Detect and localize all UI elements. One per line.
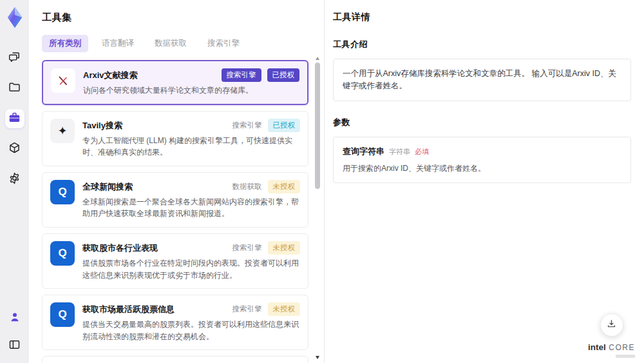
tool-card-regional-news[interactable]: 万维地区新闻查询 搜索引擎 未授权 查询具体行政区划内的新闻，快速了解各地新闻动 bbox=[42, 356, 308, 363]
tab-translation[interactable]: 语言翻译 bbox=[95, 35, 141, 52]
tool-description: 专为人工智能代理 (LLM) 构建的搜索引擎工具，可快速提供实时、准确和真实的结… bbox=[82, 135, 300, 159]
corner-footer: intel CORE bbox=[588, 313, 635, 358]
category-badge: 搜索引擎 bbox=[232, 119, 262, 132]
auth-status-badge: 已授权 bbox=[267, 68, 300, 82]
tab-all-categories[interactable]: 所有类别 bbox=[42, 35, 88, 52]
category-badge: 搜索引擎 bbox=[222, 68, 261, 82]
sidebar-item-user[interactable] bbox=[5, 309, 24, 328]
download-button[interactable] bbox=[600, 313, 623, 337]
param-required-flag: 必填 bbox=[415, 147, 429, 157]
sidebar-item-settings[interactable] bbox=[5, 170, 24, 189]
tool-card-tavily[interactable]: ✦ Tavily搜索 搜索引擎 已授权 专为人工智能代理 (LLM) 构建的搜索… bbox=[42, 111, 308, 166]
tool-card-sector-performance[interactable]: Q 获取股市各行业表现 搜索引擎 未授权 提供股票市场各个行业在特定时间段内的表… bbox=[42, 233, 308, 289]
sidebar-item-folder[interactable] bbox=[5, 79, 24, 98]
tool-card-arxiv[interactable]: Arxiv文献搜索 搜索引擎 已授权 访问各个研究领域大量科学论文和文章的存储库… bbox=[42, 60, 308, 105]
tool-name: Arxiv文献搜索 bbox=[83, 68, 216, 81]
category-badge: 搜索引擎 bbox=[232, 241, 262, 255]
category-badge: 搜索引擎 bbox=[232, 302, 262, 316]
tool-name: Tavily搜索 bbox=[82, 119, 227, 132]
param-type: 字符串 bbox=[389, 147, 410, 157]
scroll-down-arrow[interactable] bbox=[316, 356, 319, 359]
tool-description: 提供股票市场各个行业在特定时间段内的表现。投资者可以利用这些信息来识别表现优于或… bbox=[82, 257, 300, 281]
tool-name: 获取股市各行业表现 bbox=[82, 241, 227, 254]
sidebar-item-tools[interactable] bbox=[5, 109, 24, 128]
arxiv-icon bbox=[51, 68, 75, 93]
tool-intro-text: 一个用于从Arxiv存储库搜索科学论文和文章的工具。 输入可以是Arxiv ID… bbox=[333, 59, 631, 101]
sidebar-bottom bbox=[5, 309, 24, 355]
sidebar-item-chat[interactable] bbox=[5, 48, 24, 68]
auth-status-badge: 未授权 bbox=[268, 241, 301, 255]
intel-wordmark: intel bbox=[588, 342, 606, 352]
tool-description: 全球新闻搜索是一个聚合全球各大新闻网站内容的搜索引擎，帮助用户快速获取全球最新资… bbox=[82, 196, 300, 220]
tool-description: 提供当天交易量最高的股票列表。投资者可以利用这些信息来识别流动性强的股票和潜在的… bbox=[82, 319, 300, 342]
sidebar bbox=[0, 0, 29, 363]
sidebar-item-packages[interactable] bbox=[5, 139, 24, 159]
intel-core-logo: intel CORE bbox=[588, 342, 635, 358]
panel-toggle-icon bbox=[8, 338, 21, 354]
intel-sub-badge bbox=[616, 355, 635, 358]
auth-status-badge: 未授权 bbox=[268, 302, 301, 316]
news-search-icon: Q bbox=[50, 180, 75, 204]
stock-sector-icon: Q bbox=[50, 241, 75, 266]
auth-status-badge: 未授权 bbox=[268, 180, 301, 193]
tool-list: Arxiv文献搜索 搜索引擎 已授权 访问各个研究领域大量科学论文和文章的存储库… bbox=[42, 60, 320, 363]
sidebar-item-panel-toggle[interactable] bbox=[5, 336, 24, 355]
folder-icon bbox=[8, 81, 21, 97]
tab-data-fetch[interactable]: 数据获取 bbox=[147, 35, 194, 52]
parameter-card: 查询字符串 字符串 必填 用于搜索的Arxiv ID、关键字或作者姓名。 bbox=[333, 137, 631, 183]
briefcase-icon bbox=[8, 111, 21, 127]
param-description: 用于搜索的Arxiv ID、关键字或作者姓名。 bbox=[343, 163, 621, 174]
auth-status-badge: 已授权 bbox=[268, 119, 301, 132]
details-title: 工具详情 bbox=[333, 12, 631, 23]
tools-panel: 工具集 所有类别 语言翻译 数据获取 搜索引擎 Arxiv文献搜索 bbox=[29, 0, 324, 363]
app-window: 工具集 所有类别 语言翻译 数据获取 搜索引擎 Arxiv文献搜索 bbox=[0, 0, 644, 363]
tavily-star-icon: ✦ bbox=[50, 119, 75, 143]
tool-description: 访问各个研究领域大量科学论文和文章的存储库。 bbox=[83, 84, 299, 97]
active-stocks-icon: Q bbox=[50, 302, 75, 327]
tool-name: 全球新闻搜索 bbox=[82, 180, 227, 193]
scroll-up-arrow[interactable] bbox=[316, 57, 319, 60]
tool-name: 获取市场最活跃股票信息 bbox=[82, 302, 227, 315]
param-name: 查询字符串 bbox=[343, 146, 384, 157]
tool-card-active-stocks[interactable]: Q 获取市场最活跃股票信息 搜索引擎 未授权 提供当天交易量最高的股票列表。投资… bbox=[42, 295, 308, 350]
list-scrollbar[interactable] bbox=[315, 57, 320, 363]
tool-details-panel: 工具详情 工具介绍 一个用于从Arxiv存储库搜索科学论文和文章的工具。 输入可… bbox=[324, 0, 644, 363]
cube-icon bbox=[8, 141, 21, 157]
category-badge: 数据获取 bbox=[232, 180, 262, 193]
category-tabs: 所有类别 语言翻译 数据获取 搜索引擎 bbox=[42, 35, 320, 52]
tab-search-engine[interactable]: 搜索引擎 bbox=[200, 35, 247, 52]
page-title: 工具集 bbox=[42, 12, 320, 24]
params-section-title: 参数 bbox=[333, 117, 631, 128]
user-icon bbox=[8, 311, 21, 326]
intro-section-title: 工具介绍 bbox=[333, 39, 631, 50]
download-icon bbox=[606, 319, 617, 332]
chat-icon bbox=[8, 50, 21, 66]
sidebar-nav bbox=[5, 48, 24, 189]
gear-icon bbox=[8, 172, 21, 188]
app-logo bbox=[5, 6, 24, 29]
tool-card-global-news[interactable]: Q 全球新闻搜索 数据获取 未授权 全球新闻搜索是一个聚合全球各大新闻网站内容的… bbox=[42, 172, 308, 228]
scrollbar-thumb[interactable] bbox=[315, 63, 320, 189]
core-wordmark: CORE bbox=[609, 343, 635, 352]
